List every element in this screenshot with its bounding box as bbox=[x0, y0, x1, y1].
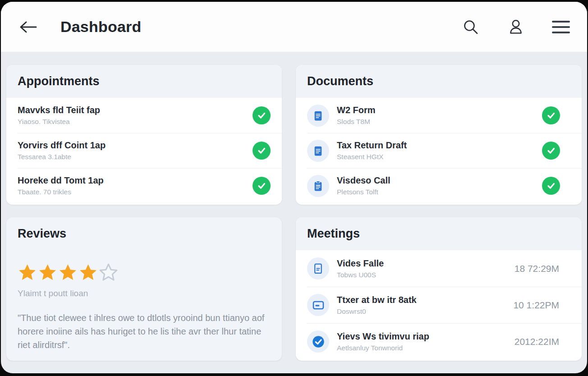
meeting-title: Yievs Ws tivimvu riap bbox=[337, 331, 429, 342]
appointments-card-header: Appointments bbox=[6, 65, 282, 98]
check-circle-icon bbox=[253, 142, 271, 160]
meetings-card: Meetings Vides Falle Tobws U00S 18 72:29… bbox=[296, 217, 582, 361]
reviews-card: Reviews Ylaimt t poutt lioan "Thue tiot … bbox=[6, 217, 282, 361]
meeting-title: Ttxer at bw itr 8atk bbox=[337, 295, 417, 305]
reviews-card-header: Reviews bbox=[6, 217, 282, 250]
appointment-subtitle: Yiaoso. Tikvistea bbox=[18, 118, 100, 126]
appointment-row[interactable]: Yorvirs dff Coint 1ap Tessarea 3.1abte bbox=[6, 133, 282, 168]
search-icon bbox=[463, 19, 479, 35]
meeting-title: Vides Falle bbox=[337, 258, 384, 269]
meeting-time: 2012:22IM bbox=[514, 336, 559, 347]
app-window: Dashboard Appointments bbox=[1, 2, 587, 373]
document-row[interactable]: Tax Return Draft Steasent HGtX bbox=[296, 133, 582, 168]
page-title: Dashboard bbox=[60, 18, 141, 36]
document-subtitle: Pletsons Tolft bbox=[337, 188, 390, 196]
reviews-title: Reviews bbox=[18, 227, 66, 241]
check-circle-icon bbox=[542, 142, 560, 160]
document-title: Visdeso Call bbox=[337, 175, 390, 186]
check-circle-icon bbox=[253, 106, 271, 124]
documents-card: Documents W2 Form Slods T8M bbox=[296, 65, 582, 205]
appointment-subtitle: Tessarea 3.1abte bbox=[18, 153, 106, 161]
meeting-subtitle: Tobws U00S bbox=[337, 271, 384, 279]
meetings-title: Meetings bbox=[307, 227, 360, 241]
card-reader-icon bbox=[307, 294, 329, 316]
star-icon-empty bbox=[99, 263, 118, 282]
document-row[interactable]: W2 Form Slods T8M bbox=[296, 98, 582, 133]
appointments-card: Appointments Mavvks fld Teiit fap Yiaoso… bbox=[6, 65, 282, 205]
review-quote: "Thue tiot clewee t ihlres owe to dtlotl… bbox=[6, 311, 281, 352]
menu-button[interactable] bbox=[552, 18, 570, 36]
rating-caption: Ylaimt t poutt lioan bbox=[6, 289, 282, 298]
document-subtitle: Slods T8M bbox=[337, 118, 376, 126]
star-icon-filled bbox=[58, 263, 78, 282]
document-title: Tax Return Draft bbox=[337, 140, 407, 151]
appointment-row[interactable]: Horeke dd Tomt 1ap Tbaate. 70 trikles bbox=[6, 168, 282, 203]
document-subtitle: Steasent HGtX bbox=[337, 153, 407, 161]
appointment-title: Horeke dd Tomt 1ap bbox=[18, 175, 104, 186]
appointment-title: Yorvirs dff Coint 1ap bbox=[18, 140, 106, 151]
star-icon-filled bbox=[78, 263, 98, 282]
document-icon bbox=[307, 105, 329, 127]
star-icon-filled bbox=[18, 263, 37, 282]
check-circle-icon bbox=[542, 106, 560, 124]
appointment-subtitle: Tbaate. 70 trikles bbox=[18, 188, 104, 196]
back-button[interactable] bbox=[18, 17, 39, 37]
documents-card-header: Documents bbox=[296, 65, 582, 98]
meetings-card-header: Meetings bbox=[296, 217, 582, 250]
appointments-title: Appointments bbox=[18, 74, 100, 88]
check-badge-blue-icon bbox=[307, 330, 329, 353]
top-bar-actions bbox=[462, 18, 570, 36]
document-icon bbox=[307, 140, 329, 162]
menu-icon bbox=[552, 21, 570, 23]
documents-title: Documents bbox=[307, 74, 373, 88]
meeting-row[interactable]: Yievs Ws tivimvu riap Aetlsanluy Tonwnor… bbox=[296, 323, 582, 360]
meeting-subtitle: Doswrst0 bbox=[337, 307, 417, 316]
meeting-time: 18 72:29M bbox=[514, 263, 559, 274]
appointment-row[interactable]: Mavvks fld Teiit fap Yiaoso. Tikvistea bbox=[6, 98, 282, 133]
meeting-subtitle: Aetlsanluy Tonwnorid bbox=[337, 344, 429, 352]
meeting-time: 10 1:22PM bbox=[513, 300, 559, 311]
meeting-row[interactable]: Ttxer at bw itr 8atk Doswrst0 10 1:22PM bbox=[296, 287, 582, 323]
top-bar: Dashboard bbox=[1, 2, 587, 52]
document-row[interactable]: Visdeso Call Pletsons Tolft bbox=[296, 168, 582, 203]
document-title: W2 Form bbox=[337, 105, 376, 115]
appointment-title: Mavvks fld Teiit fap bbox=[18, 105, 100, 115]
back-arrow-icon bbox=[19, 20, 38, 34]
user-icon bbox=[508, 19, 524, 35]
search-button[interactable] bbox=[462, 18, 480, 36]
file-icon bbox=[307, 257, 329, 280]
user-profile-button[interactable] bbox=[507, 18, 525, 36]
star-icon-filled bbox=[38, 263, 57, 282]
clipboard-icon bbox=[307, 175, 329, 197]
check-circle-icon bbox=[542, 177, 560, 195]
meeting-row[interactable]: Vides Falle Tobws U00S 18 72:29M bbox=[296, 250, 582, 287]
star-rating bbox=[6, 263, 282, 282]
check-circle-icon bbox=[253, 177, 271, 195]
